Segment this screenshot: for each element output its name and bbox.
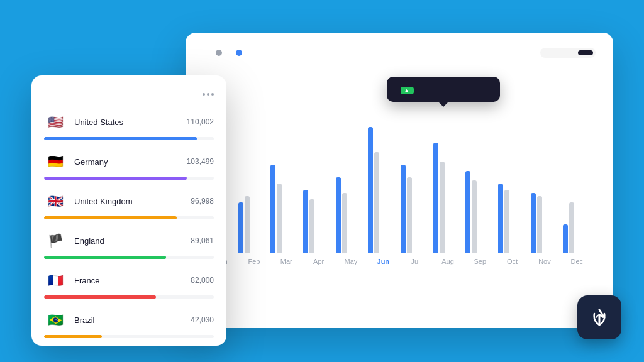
- bar-group-nov: [531, 193, 561, 253]
- bar-group-jun: [368, 127, 398, 253]
- bar-blue-jul: [401, 165, 406, 253]
- chart-label-nov: Nov: [528, 258, 560, 265]
- daily-filter-button[interactable]: [543, 50, 558, 55]
- country-name-1: Germany: [74, 157, 179, 167]
- chart-label-apr: Apr: [303, 258, 335, 265]
- bar-group-feb: [238, 196, 269, 253]
- country-value-4: 82,000: [191, 276, 214, 285]
- progress-bar-fill-5: [44, 335, 102, 338]
- country-item-france: 🇫🇷France82,000: [44, 269, 214, 299]
- bar-gray-sep: [472, 180, 477, 253]
- impressions-header: [44, 90, 214, 96]
- bar-blue-nov: [531, 193, 536, 253]
- country-item-brazil: 🇧🇷Brazil42,030: [44, 309, 214, 338]
- tooltip-label: ▲: [397, 87, 490, 94]
- country-name-5: Brazil: [74, 315, 183, 325]
- country-info-0: 🇺🇸United States110,002: [44, 111, 214, 133]
- chart-month-labels: JanFebMarAprMayJunJulAugSepOctNovDec: [203, 258, 596, 265]
- country-info-3: 🏴England89,061: [44, 229, 214, 252]
- chart-label-feb: Feb: [238, 258, 270, 265]
- logo-badge: [577, 295, 621, 339]
- yearly-filter-button[interactable]: [578, 50, 593, 55]
- chart-label-sep: Sep: [464, 258, 496, 265]
- country-value-2: 96,998: [191, 197, 214, 206]
- legend-group: [216, 50, 246, 56]
- bar-gray-jun: [374, 152, 379, 253]
- dots-menu[interactable]: [203, 90, 214, 96]
- bar-group-apr: [303, 190, 333, 253]
- country-value-5: 42,030: [191, 315, 214, 324]
- progress-bar-bg-1: [44, 177, 214, 180]
- payments-dot: [236, 50, 242, 56]
- progress-bar-fill-3: [44, 256, 166, 259]
- earnings-header: [203, 48, 596, 58]
- chart-label-aug: Aug: [431, 258, 464, 265]
- bar-blue-mar: [270, 165, 275, 253]
- progress-bar-bg-3: [44, 256, 214, 259]
- country-info-5: 🇧🇷Brazil42,030: [44, 309, 214, 331]
- progress-bar-fill-0: [44, 137, 197, 140]
- bar-gray-may: [342, 193, 347, 253]
- country-value-1: 103,499: [187, 157, 214, 166]
- bar-gray-feb: [245, 196, 250, 253]
- chart-label-may: May: [335, 258, 367, 265]
- bar-blue-sep: [465, 171, 470, 253]
- country-item-england: 🏴England89,061: [44, 229, 214, 259]
- earnings-legend-item: [216, 50, 226, 56]
- chart-label-oct: Oct: [496, 258, 528, 265]
- progress-bar-fill-4: [44, 295, 156, 299]
- country-value-0: 110,002: [187, 118, 214, 126]
- country-name-0: United States: [74, 118, 179, 127]
- dots-menu-dot1: [203, 93, 205, 96]
- bar-group-may: [336, 177, 366, 253]
- country-item-united-states: 🇺🇸United States110,002: [44, 111, 214, 140]
- chart-label-jul: Jul: [399, 258, 431, 265]
- monthly-filter-button[interactable]: [560, 50, 575, 55]
- bar-group-aug: [433, 143, 464, 253]
- bar-blue-may: [336, 177, 341, 253]
- payments-legend-item: [236, 50, 246, 56]
- bar-blue-apr: [303, 190, 308, 253]
- bar-group-oct: [498, 184, 528, 253]
- bar-gray-mar: [277, 184, 282, 253]
- earnings-card: ▲ JanFebMarAprMayJunJulAugSepOctNovDec: [186, 33, 613, 328]
- bar-blue-dec: [563, 224, 568, 253]
- country-info-4: 🇫🇷France82,000: [44, 269, 214, 292]
- bar-gray-oct: [504, 190, 509, 253]
- chart-label-dec: Dec: [561, 258, 593, 265]
- country-item-germany: 🇩🇪Germany103,499: [44, 150, 214, 180]
- dots-menu-dot2: [207, 93, 209, 96]
- bar-group-jul: [401, 165, 431, 253]
- country-info-2: 🇬🇧United Kingdom96,998: [44, 190, 214, 212]
- country-name-3: England: [74, 236, 183, 246]
- tooltip-arrow: [438, 102, 448, 107]
- progress-bar-bg-5: [44, 335, 214, 338]
- bar-blue-oct: [498, 184, 503, 253]
- logo-icon: [587, 305, 612, 330]
- country-value-3: 89,061: [191, 236, 214, 245]
- bar-gray-nov: [537, 196, 542, 253]
- country-name-2: United Kingdom: [74, 197, 183, 206]
- tooltip-badge: ▲: [401, 87, 414, 94]
- progress-bar-bg-2: [44, 216, 214, 219]
- bar-blue-jun: [368, 127, 373, 253]
- dots-menu-dot3: [211, 93, 214, 96]
- bar-group-dec: [563, 202, 593, 253]
- earnings-dot: [216, 50, 222, 56]
- progress-bar-bg-4: [44, 295, 214, 299]
- country-item-united-kingdom: 🇬🇧United Kingdom96,998: [44, 190, 214, 219]
- bar-gray-aug: [440, 162, 445, 253]
- bar-gray-jul: [407, 177, 412, 253]
- chart-label-mar: Mar: [270, 258, 303, 265]
- country-name-4: France: [74, 276, 183, 285]
- progress-bar-bg-0: [44, 137, 214, 140]
- flag-united-kingdom: 🇬🇧: [44, 190, 67, 212]
- bar-blue-feb: [238, 202, 243, 253]
- flag-germany: 🇩🇪: [44, 150, 67, 173]
- flag-united-states: 🇺🇸: [44, 111, 67, 133]
- country-list: 🇺🇸United States110,002🇩🇪Germany103,499🇬🇧…: [44, 111, 214, 338]
- bar-group-sep: [465, 171, 496, 253]
- flag-brazil: 🇧🇷: [44, 309, 67, 331]
- bar-blue-aug: [433, 143, 438, 253]
- chart-tooltip: ▲: [387, 77, 500, 102]
